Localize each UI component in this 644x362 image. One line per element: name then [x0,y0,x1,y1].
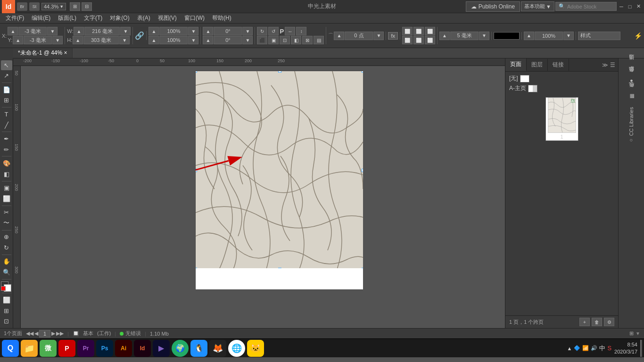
opacity-decrement[interactable]: ▲ [524,32,534,40]
page-image[interactable] [196,71,363,269]
fill-frame[interactable]: ⊡ [280,36,290,44]
fit-btn4[interactable]: ◧ [291,36,301,44]
menu-edit[interactable]: 编辑(E) [28,13,54,23]
opacity-input[interactable] [535,32,563,40]
smooth-tool[interactable]: 〜 [1,218,12,228]
zoom-chevron[interactable]: ▼ [59,4,64,9]
next-pages-btn[interactable]: ▶▶ [56,330,64,337]
page-tool[interactable]: 📄 [1,85,12,95]
sidebar-cc-libraries[interactable]: ○ CC Libraries [627,105,635,145]
gap-tool[interactable]: ⊞ [1,96,12,106]
align-top[interactable]: ⬜ [402,36,413,44]
fit-content[interactable]: ⬛ [257,36,267,44]
menu-layout[interactable]: 版面(L) [54,13,80,23]
taskbar-icon-penguin[interactable]: 🐧 [190,340,207,357]
frame-tool[interactable]: ▣ [1,183,12,193]
corner-decrement[interactable]: ▲ [334,32,344,40]
page-1-thumbnail[interactable]: A [545,97,578,141]
pages-tab[interactable]: 页面 [505,58,527,71]
taskbar-icon-qqbrowser[interactable]: Q [2,340,19,357]
align-right[interactable]: ⬜ [425,27,435,35]
zoom-tool[interactable]: 🔍 [1,267,12,277]
rect-frame[interactable]: ⬜ [1,194,12,204]
rotate-cw[interactable]: ↻ [257,27,267,35]
taskbar-icon-wechat[interactable]: 微 [40,340,57,357]
menu-object[interactable]: 对象(O) [106,13,133,23]
fx-button[interactable]: fx [388,32,398,40]
fit-frame[interactable]: ▣ [268,36,279,44]
view-mode-btn[interactable]: 🔲 [73,330,79,337]
next-page-btn[interactable]: ▶ [51,330,55,337]
angle1-input[interactable] [214,27,242,35]
angle2-decrement[interactable]: ▲ [203,36,213,44]
gradient-tool[interactable]: ◧ [1,169,12,179]
arrange-btn[interactable]: ⊟ [82,2,92,11]
color-picker[interactable]: 🎨 [1,158,12,168]
scale-y-dropdown[interactable]: ▼ [188,36,198,44]
sidebar-color[interactable]: ● 颜色 [627,74,636,86]
stroke-color-swatch[interactable] [494,32,520,40]
angle1-dropdown[interactable]: ▼ [242,27,253,35]
rotate-ccw[interactable]: ↺ [268,27,279,35]
x-decrement[interactable]: ▲ [8,27,18,35]
transform-tool[interactable]: ⊕ [1,232,12,242]
bridge-icon[interactable]: Br [17,2,27,11]
minimize-button[interactable]: ─ [618,3,625,10]
scale-y-input[interactable] [159,36,188,44]
search-box[interactable]: 🔍 Adobe Stock [555,2,617,11]
h-input[interactable] [83,36,119,44]
x-increment[interactable]: ▼ [47,27,58,35]
taskbar-icon-premiere[interactable]: Pr [77,340,94,357]
container-btn2[interactable]: ⊡ [1,316,12,326]
sidebar-swatches[interactable]: ▦ 色板 [627,90,636,101]
delete-page-btn[interactable]: 🗑 [592,318,602,326]
text-tool[interactable]: T [1,109,12,119]
style-selector[interactable]: 样式 [578,32,620,40]
quick-actions-icon[interactable]: ⚡ [634,32,642,40]
stroke-input[interactable] [450,32,479,40]
corner-dropdown[interactable]: ▼ [373,32,384,40]
menu-file[interactable]: 文件(F) [2,13,28,23]
taskbar-icon-explorer[interactable]: 📁 [21,340,38,357]
angle1-decrement[interactable]: ▲ [203,27,213,35]
h-decrement[interactable]: ▲ [73,36,83,44]
menu-view[interactable]: 视图(V) [154,13,181,23]
taskbar-icon-cat[interactable]: 🐱 [247,340,264,357]
opacity-dropdown[interactable]: ▼ [563,32,574,40]
line-tool[interactable]: ╱ [1,120,12,130]
taskbar-icon-chrome[interactable]: 🌐 [228,340,245,357]
fit-btn6[interactable]: ▤ [314,36,324,44]
layout-toggle[interactable]: ⊞ [629,330,634,337]
pen-tool[interactable]: ✒ [1,134,12,144]
sidebar-stroke[interactable]: ≡ 描边 [627,62,636,71]
flip-v[interactable]: ↕ [296,27,306,35]
scale-y-decrement[interactable]: ▲ [149,36,159,44]
workspace-selector[interactable]: 基本功能 ▼ [521,1,554,11]
taskbar-icon-maps[interactable]: 🌍 [172,340,189,357]
close-button[interactable]: ✕ [635,3,642,10]
show-desktop-btn[interactable] [640,340,642,357]
scissors-tool[interactable]: ✂ [1,207,12,217]
y-increment[interactable]: ▼ [52,36,63,44]
hand-tool[interactable]: ✋ [1,257,12,267]
lock-ratio-icon[interactable]: 🔗 [135,31,144,40]
zoom-indicator[interactable]: 44.3% ▼ [41,3,66,10]
menu-text[interactable]: 文字(T) [80,13,106,23]
fill-none[interactable]: ⬜ [1,295,12,305]
y-input[interactable] [24,36,52,44]
w-increment[interactable]: ▼ [120,27,131,35]
taskbar-icon-illustrator[interactable]: Ai [115,340,132,357]
layers-tab[interactable]: 图层 [527,59,548,71]
document-tab[interactable]: *未命名-1 @ 44% × [13,48,73,58]
align-center[interactable]: ⬜ [413,27,424,35]
tray-volume[interactable]: 🔊 [591,345,597,351]
w-input[interactable] [84,27,120,35]
align-bottom[interactable]: ⬜ [425,36,435,44]
color-boxes[interactable] [1,281,12,291]
publish-online-button[interactable]: ☁ Publish Online [466,1,520,12]
stroke-dropdown[interactable]: ▼ [479,32,489,40]
stroke-decrement[interactable]: ▲ [439,32,450,40]
page-options-btn[interactable]: ⚙ [604,318,614,326]
container-btn1[interactable]: ⊞ [1,306,12,316]
tray-lang[interactable]: 中 [599,344,605,353]
